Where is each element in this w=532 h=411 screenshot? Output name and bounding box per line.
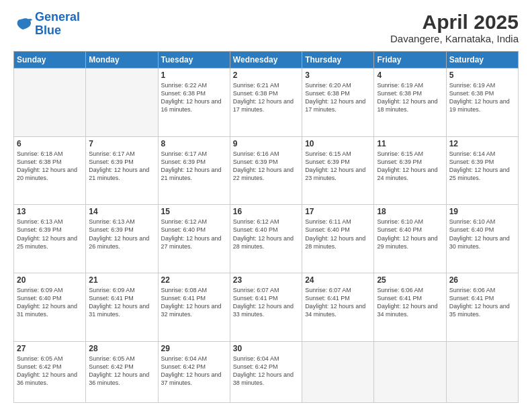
logo-blue: Blue	[35, 24, 61, 37]
calendar-cell: 30Sunrise: 6:04 AMSunset: 6:42 PMDayligh…	[230, 341, 302, 403]
calendar-cell: 17Sunrise: 6:11 AMSunset: 6:40 PMDayligh…	[302, 205, 374, 273]
calendar-cell: 27Sunrise: 6:05 AMSunset: 6:42 PMDayligh…	[14, 341, 86, 403]
col-monday: Monday	[86, 52, 158, 68]
calendar-cell: 15Sunrise: 6:12 AMSunset: 6:40 PMDayligh…	[158, 205, 230, 273]
calendar-cell	[14, 68, 86, 137]
day-info: Sunrise: 6:05 AMSunset: 6:42 PMDaylight:…	[89, 355, 154, 387]
day-info: Sunrise: 6:15 AMSunset: 6:39 PMDaylight:…	[305, 150, 371, 183]
col-tuesday: Tuesday	[158, 52, 230, 68]
calendar-cell: 1Sunrise: 6:22 AMSunset: 6:38 PMDaylight…	[158, 68, 230, 137]
calendar-table: Sunday Monday Tuesday Wednesday Thursday…	[13, 51, 519, 403]
day-number: 17	[305, 207, 371, 216]
calendar-cell: 8Sunrise: 6:17 AMSunset: 6:39 PMDaylight…	[158, 136, 230, 205]
day-number: 9	[233, 139, 299, 148]
calendar-cell: 14Sunrise: 6:13 AMSunset: 6:39 PMDayligh…	[86, 205, 158, 273]
day-info: Sunrise: 6:04 AMSunset: 6:42 PMDaylight:…	[161, 355, 227, 387]
calendar-cell	[86, 68, 158, 137]
calendar-cell: 28Sunrise: 6:05 AMSunset: 6:42 PMDayligh…	[86, 341, 158, 403]
day-number: 18	[377, 207, 443, 216]
day-info: Sunrise: 6:05 AMSunset: 6:42 PMDaylight:…	[17, 355, 83, 387]
week-row-1: 1Sunrise: 6:22 AMSunset: 6:38 PMDaylight…	[14, 68, 519, 137]
day-number: 1	[161, 71, 227, 80]
calendar-cell: 7Sunrise: 6:17 AMSunset: 6:39 PMDaylight…	[86, 136, 158, 205]
page-subtitle: Davangere, Karnataka, India	[390, 33, 519, 44]
day-info: Sunrise: 6:18 AMSunset: 6:38 PMDaylight:…	[17, 150, 83, 183]
day-number: 5	[449, 71, 515, 80]
day-number: 11	[377, 139, 443, 148]
day-info: Sunrise: 6:13 AMSunset: 6:39 PMDaylight:…	[89, 218, 154, 250]
week-row-3: 13Sunrise: 6:13 AMSunset: 6:39 PMDayligh…	[14, 205, 519, 273]
col-saturday: Saturday	[446, 52, 518, 68]
col-wednesday: Wednesday	[230, 52, 302, 68]
calendar-cell: 23Sunrise: 6:07 AMSunset: 6:41 PMDayligh…	[230, 273, 302, 341]
page-title: April 2025	[390, 11, 519, 33]
day-number: 15	[161, 207, 227, 216]
day-info: Sunrise: 6:13 AMSunset: 6:39 PMDaylight:…	[17, 218, 83, 250]
day-info: Sunrise: 6:09 AMSunset: 6:40 PMDaylight:…	[17, 286, 83, 319]
day-info: Sunrise: 6:12 AMSunset: 6:40 PMDaylight:…	[161, 218, 227, 250]
day-info: Sunrise: 6:16 AMSunset: 6:39 PMDaylight:…	[233, 150, 299, 183]
day-info: Sunrise: 6:09 AMSunset: 6:41 PMDaylight:…	[89, 286, 154, 319]
calendar-cell: 11Sunrise: 6:15 AMSunset: 6:39 PMDayligh…	[374, 136, 446, 205]
calendar-cell: 16Sunrise: 6:12 AMSunset: 6:40 PMDayligh…	[230, 205, 302, 273]
logo-general: General	[35, 10, 80, 24]
day-info: Sunrise: 6:12 AMSunset: 6:40 PMDaylight:…	[233, 218, 299, 250]
day-number: 29	[161, 344, 227, 353]
calendar-cell: 26Sunrise: 6:06 AMSunset: 6:41 PMDayligh…	[446, 273, 518, 341]
day-info: Sunrise: 6:10 AMSunset: 6:40 PMDaylight:…	[449, 218, 515, 250]
calendar-header-row: Sunday Monday Tuesday Wednesday Thursday…	[14, 52, 519, 68]
day-number: 24	[305, 275, 371, 285]
day-number: 22	[161, 275, 227, 285]
day-info: Sunrise: 6:07 AMSunset: 6:41 PMDaylight:…	[305, 286, 371, 319]
calendar-cell: 9Sunrise: 6:16 AMSunset: 6:39 PMDaylight…	[230, 136, 302, 205]
day-number: 21	[89, 275, 154, 285]
day-info: Sunrise: 6:17 AMSunset: 6:39 PMDaylight:…	[161, 150, 227, 183]
calendar-cell: 13Sunrise: 6:13 AMSunset: 6:39 PMDayligh…	[14, 205, 86, 273]
day-number: 30	[233, 344, 299, 353]
day-number: 28	[89, 344, 154, 353]
day-info: Sunrise: 6:17 AMSunset: 6:39 PMDaylight:…	[89, 150, 154, 183]
logo-text: General Blue	[35, 11, 80, 38]
day-number: 27	[17, 344, 83, 353]
calendar-cell: 18Sunrise: 6:10 AMSunset: 6:40 PMDayligh…	[374, 205, 446, 273]
calendar-cell: 19Sunrise: 6:10 AMSunset: 6:40 PMDayligh…	[446, 205, 518, 273]
day-info: Sunrise: 6:08 AMSunset: 6:41 PMDaylight:…	[161, 286, 227, 319]
calendar-cell: 24Sunrise: 6:07 AMSunset: 6:41 PMDayligh…	[302, 273, 374, 341]
col-sunday: Sunday	[14, 52, 86, 68]
day-info: Sunrise: 6:19 AMSunset: 6:38 PMDaylight:…	[449, 81, 515, 114]
day-info: Sunrise: 6:14 AMSunset: 6:39 PMDaylight:…	[449, 150, 515, 183]
calendar-cell: 4Sunrise: 6:19 AMSunset: 6:38 PMDaylight…	[374, 68, 446, 137]
day-number: 8	[161, 139, 227, 148]
day-number: 23	[233, 275, 299, 285]
header: General Blue April 2025 Davangere, Karna…	[13, 11, 519, 44]
day-info: Sunrise: 6:21 AMSunset: 6:38 PMDaylight:…	[233, 81, 299, 114]
calendar-cell: 5Sunrise: 6:19 AMSunset: 6:38 PMDaylight…	[446, 68, 518, 137]
day-number: 3	[305, 71, 371, 80]
day-number: 12	[449, 139, 515, 148]
day-number: 19	[449, 207, 515, 216]
calendar-cell: 29Sunrise: 6:04 AMSunset: 6:42 PMDayligh…	[158, 341, 230, 403]
week-row-5: 27Sunrise: 6:05 AMSunset: 6:42 PMDayligh…	[14, 341, 519, 403]
week-row-2: 6Sunrise: 6:18 AMSunset: 6:38 PMDaylight…	[14, 136, 519, 205]
calendar-cell: 10Sunrise: 6:15 AMSunset: 6:39 PMDayligh…	[302, 136, 374, 205]
day-number: 2	[233, 71, 299, 80]
day-number: 13	[17, 207, 83, 216]
calendar-cell: 21Sunrise: 6:09 AMSunset: 6:41 PMDayligh…	[86, 273, 158, 341]
calendar-cell: 6Sunrise: 6:18 AMSunset: 6:38 PMDaylight…	[14, 136, 86, 205]
calendar-cell	[302, 341, 374, 403]
calendar-cell: 3Sunrise: 6:20 AMSunset: 6:38 PMDaylight…	[302, 68, 374, 137]
title-block: April 2025 Davangere, Karnataka, India	[390, 11, 519, 44]
calendar-cell: 20Sunrise: 6:09 AMSunset: 6:40 PMDayligh…	[14, 273, 86, 341]
day-info: Sunrise: 6:06 AMSunset: 6:41 PMDaylight:…	[449, 286, 515, 319]
week-row-4: 20Sunrise: 6:09 AMSunset: 6:40 PMDayligh…	[14, 273, 519, 341]
calendar-cell: 12Sunrise: 6:14 AMSunset: 6:39 PMDayligh…	[446, 136, 518, 205]
day-info: Sunrise: 6:11 AMSunset: 6:40 PMDaylight:…	[305, 218, 371, 250]
logo-icon	[13, 16, 32, 32]
calendar-cell: 25Sunrise: 6:06 AMSunset: 6:41 PMDayligh…	[374, 273, 446, 341]
calendar-cell	[446, 341, 518, 403]
day-number: 16	[233, 207, 299, 216]
day-info: Sunrise: 6:20 AMSunset: 6:38 PMDaylight:…	[305, 81, 371, 114]
col-friday: Friday	[374, 52, 446, 68]
logo: General Blue	[13, 11, 80, 38]
calendar-cell	[374, 341, 446, 403]
